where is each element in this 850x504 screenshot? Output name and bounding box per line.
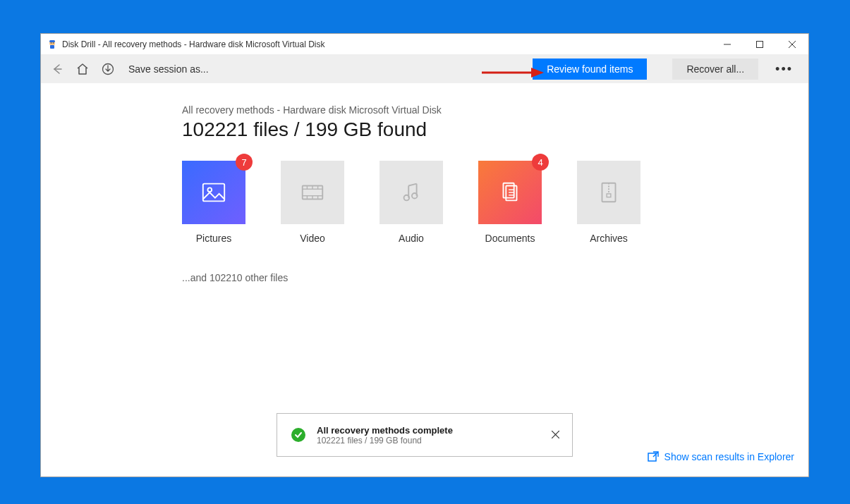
show-in-explorer-link[interactable]: Show scan results in Explorer: [648, 451, 794, 462]
pictures-icon: [200, 179, 227, 206]
category-pictures[interactable]: 7 Pictures: [182, 161, 245, 244]
svg-point-3: [53, 42, 54, 44]
video-icon: [299, 179, 326, 206]
app-window: Disk Drill - All recovery methods - Hard…: [40, 33, 809, 477]
app-icon: [47, 39, 58, 50]
category-label: Archives: [590, 233, 628, 244]
minimize-button[interactable]: [711, 34, 743, 55]
window-title: Disk Drill - All recovery methods - Hard…: [62, 39, 325, 49]
category-archives[interactable]: Archives: [577, 161, 640, 244]
explorer-link-label: Show scan results in Explorer: [664, 451, 794, 462]
pictures-tile: 7: [182, 161, 245, 224]
back-button[interactable]: [49, 61, 65, 77]
title-bar: Disk Drill - All recovery methods - Hard…: [41, 34, 808, 55]
archives-icon: [595, 179, 622, 206]
save-session-button[interactable]: Save session as...: [126, 63, 209, 75]
notification-close-button[interactable]: [547, 424, 564, 445]
more-menu-button[interactable]: •••: [768, 62, 800, 77]
svg-point-2: [51, 42, 52, 44]
archives-tile: [577, 161, 640, 224]
toolbar: Save session as... Review found items Re…: [41, 55, 808, 83]
category-documents[interactable]: 4 Documents: [478, 161, 542, 244]
svg-rect-6: [757, 41, 763, 47]
category-audio[interactable]: Audio: [380, 161, 443, 244]
audio-icon: [398, 179, 425, 206]
svg-rect-4: [50, 45, 54, 49]
svg-point-12: [207, 188, 212, 192]
documents-icon: [497, 179, 523, 206]
review-found-items-button[interactable]: Review found items: [533, 59, 647, 80]
category-video[interactable]: Video: [281, 161, 344, 244]
open-external-icon: [648, 451, 659, 462]
download-icon[interactable]: [100, 61, 116, 77]
scan-summary-headline: 102221 files / 199 GB found: [182, 118, 667, 141]
category-label: Documents: [485, 233, 535, 244]
category-label: Audio: [399, 233, 424, 244]
svg-rect-31: [607, 194, 611, 197]
success-check-icon: [291, 428, 305, 442]
notification-subtitle: 102221 files / 199 GB found: [317, 436, 547, 445]
close-button[interactable]: [776, 34, 808, 55]
category-label: Pictures: [196, 233, 232, 244]
completion-notification: All recovery methods complete 102221 fil…: [277, 413, 573, 457]
home-button[interactable]: [75, 61, 90, 77]
category-row: 7 Pictures: [182, 161, 667, 244]
svg-rect-11: [203, 184, 224, 202]
other-files-text: ...and 102210 other files: [182, 272, 667, 283]
video-tile: [281, 161, 344, 224]
pictures-badge: 7: [236, 154, 253, 171]
maximize-button[interactable]: [743, 34, 776, 55]
documents-tile: 4: [478, 161, 542, 224]
recover-all-button[interactable]: Recover all...: [672, 59, 758, 80]
documents-badge: 4: [532, 154, 549, 171]
breadcrumb: All recovery methods - Hardware disk Mic…: [182, 104, 667, 116]
svg-rect-1: [49, 40, 55, 42]
notification-title: All recovery methods complete: [317, 425, 547, 436]
category-label: Video: [300, 233, 325, 244]
audio-tile: [380, 161, 443, 224]
